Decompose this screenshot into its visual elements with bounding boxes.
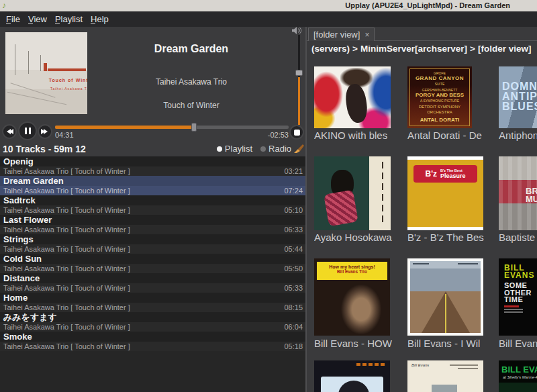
menu-help[interactable]: Help <box>90 13 109 26</box>
track-row[interactable]: Sadtrck Taihei Asakawa Trio [ Touch of W… <box>0 195 306 215</box>
volume-slider[interactable] <box>298 35 300 125</box>
cover-art-shape <box>356 363 385 366</box>
breadcrumb-minimserver[interactable]: MinimServer[archserver] <box>360 44 467 54</box>
previous-button[interactable] <box>2 124 17 139</box>
cover-art-shape: B'z B'z The Best Pleasure <box>413 165 477 183</box>
album-label: Bill Evans - HOW <box>314 338 405 349</box>
album-tile-bill-evans-iwill[interactable]: Bill Evans - I Wil <box>407 258 498 336</box>
album-tile-akino[interactable]: AKINO with bles <box>314 66 405 128</box>
radio-radio-button[interactable] <box>260 146 266 152</box>
pause-icon <box>25 128 27 134</box>
track-meta: Taihei Asakawa Trio [ Touch of Winter ] <box>3 166 130 176</box>
art-red-structure <box>48 68 85 71</box>
radio-mode-label[interactable]: Radio <box>268 144 291 154</box>
album-cover <box>407 258 483 336</box>
speaker-icon <box>291 26 302 35</box>
album-label: B'z - B'z The Bes <box>407 232 498 243</box>
playlist-summary-row: 10 Tracks - 59m 12 Playlist Radio <box>0 142 306 156</box>
track-row-playing[interactable]: Dream Garden Taihei Asakawa Trio [ Touch… <box>0 176 306 195</box>
album-tile-bz[interactable]: B'z B'z The Best Pleasure B'z - B'z The … <box>407 156 498 230</box>
track-duration: 05:50 <box>284 264 303 273</box>
playlist-tracklist: Openig Taihei Asakawa Trio [ Touch of Wi… <box>0 156 306 392</box>
volume-fill <box>298 77 300 125</box>
cover-art-shape <box>499 383 537 392</box>
track-meta: Taihei Asakawa Trio [ Touch of Winter ] <box>3 186 130 195</box>
breadcrumb: (servers)>MinimServer[archserver]>[folde… <box>311 44 531 54</box>
album-cover: B'z B'z The Best Pleasure <box>407 156 483 230</box>
album-cover: GROFE GRAND CANYON SUITE GERSHWIN-BENNET… <box>407 66 472 128</box>
album-tile-bill-evans-how[interactable]: How my heart sings! Bill Evans Trio Bill… <box>314 258 405 336</box>
track-title: みみをすます <box>0 312 306 322</box>
track-meta: Taihei Asakawa Trio [ Touch of Winter ] <box>3 322 130 332</box>
stop-icon <box>294 130 300 136</box>
main-area: Touch of Winter Taihei Asakawa Trio Drea… <box>0 27 537 392</box>
album-tile-row4-3[interactable]: BILL EVANS at Shelly's Manne-Hole <box>499 360 537 392</box>
track-row[interactable]: Home Taihei Asakawa Trio [ Touch of Wint… <box>0 293 306 312</box>
menu-playlist[interactable]: Playlist <box>54 13 83 26</box>
art-album-title: Touch of Winter <box>49 78 87 83</box>
browser-tabbar: [folder view] × <box>307 27 537 41</box>
track-meta: Taihei Asakawa Trio [ Touch of Winter ] <box>3 205 130 215</box>
track-meta: Taihei Asakawa Trio [ Touch of Winter ] <box>3 244 130 254</box>
album-tile-row4-2[interactable]: Bill Evans <box>407 360 498 392</box>
playlist-summary: 10 Tracks - 59m 12 <box>3 144 86 154</box>
album-label: Baptiste <box>499 232 537 243</box>
track-meta: Taihei Asakawa Trio [ Touch of Winter ] <box>3 225 130 234</box>
app-music-note-icon: ♪ <box>2 0 6 11</box>
now-playing-panel: Touch of Winter Taihei Asakawa Trio Drea… <box>0 27 306 156</box>
track-row[interactable]: Last Flower Taihei Asakawa Trio [ Touch … <box>0 215 306 234</box>
track-duration: 05:10 <box>284 205 303 215</box>
menu-file[interactable]: File <box>5 13 21 26</box>
cover-art-shape <box>344 83 369 124</box>
tab-folder-view[interactable]: [folder view] × <box>308 28 375 41</box>
pause-button[interactable] <box>18 121 37 140</box>
album-cover: BREX MUS <box>499 156 537 230</box>
track-duration: 03:21 <box>284 166 303 176</box>
player-pane: Touch of Winter Taihei Asakawa Trio Drea… <box>0 27 306 392</box>
clear-playlist-brush-icon[interactable] <box>293 144 305 154</box>
track-title: Distance <box>0 273 306 283</box>
breadcrumb-folder-view[interactable]: [folder view] <box>478 44 532 54</box>
track-meta: Taihei Asakawa Trio [ Touch of Winter ] <box>3 303 130 312</box>
track-row[interactable]: Cold Sun Taihei Asakawa Trio [ Touch of … <box>0 254 306 273</box>
track-duration: 06:33 <box>284 225 303 234</box>
menu-view[interactable]: View <box>28 13 48 26</box>
track-duration: 05:18 <box>284 342 303 351</box>
art-tire-track <box>11 83 56 98</box>
track-row[interactable]: Smoke Taihei Asakawa Trio [ Touch of Win… <box>0 332 306 351</box>
album-tile-row4-1[interactable] <box>314 360 405 392</box>
track-title: Sadtrck <box>0 195 306 205</box>
track-row[interactable]: Openig Taihei Asakawa Trio [ Touch of Wi… <box>0 156 306 176</box>
tab-close-icon[interactable]: × <box>364 31 369 39</box>
cover-art-shape: How my heart sings! Bill Evans Trio <box>317 262 387 280</box>
track-row[interactable]: Distance Taihei Asakawa Trio [ Touch of … <box>0 273 306 293</box>
album-tile-bill-evans-someother[interactable]: BILL EVANS SOME OTHER TIME Bill Evans <box>499 258 537 336</box>
stop-button[interactable] <box>289 125 304 140</box>
breadcrumb-separator: > <box>470 44 475 54</box>
elapsed-time: 04:31 <box>55 131 74 139</box>
breadcrumb-servers[interactable]: (servers) <box>311 44 350 54</box>
album-tile-baptiste[interactable]: BREX MUS Baptiste <box>499 156 537 230</box>
playlist-mode-label[interactable]: Playlist <box>225 144 252 154</box>
album-tile-ayako[interactable]: Ayako Hosokawa <box>314 156 405 230</box>
album-label: Ayako Hosokawa <box>314 232 405 243</box>
track-row[interactable]: みみをすます Taihei Asakawa Trio [ Touch of Wi… <box>0 312 306 332</box>
track-duration: 07:24 <box>284 186 303 195</box>
track-title: Strings <box>0 234 306 244</box>
now-playing-album: Touch of Winter <box>94 101 289 110</box>
album-label: AKINO with bles <box>314 130 405 141</box>
album-tile-dorati[interactable]: GROFE GRAND CANYON SUITE GERSHWIN-BENNET… <box>407 66 498 128</box>
cover-art-shape <box>382 162 383 224</box>
seek-slider[interactable] <box>55 126 289 129</box>
album-art: Touch of Winter Taihei Asakawa Trio <box>5 32 87 114</box>
next-button[interactable] <box>38 124 52 139</box>
track-row[interactable]: Strings Taihei Asakawa Trio [ Touch of W… <box>0 234 306 254</box>
volume-handle[interactable] <box>295 70 303 76</box>
art-artist-name: Taihei Asakawa Trio <box>50 87 87 91</box>
track-title: Openig <box>0 156 306 166</box>
playlist-radio-button[interactable] <box>217 146 222 152</box>
window-titlebar: ♪ Upplay (APU2E4_UpLightMpd) - Dream Gar… <box>0 0 537 11</box>
breadcrumb-separator: > <box>352 44 358 54</box>
album-tile-antiphon[interactable]: DOMN ANTIP BLUES Antiphon <box>499 66 537 128</box>
album-label: Antal Dorati - De <box>407 130 498 141</box>
